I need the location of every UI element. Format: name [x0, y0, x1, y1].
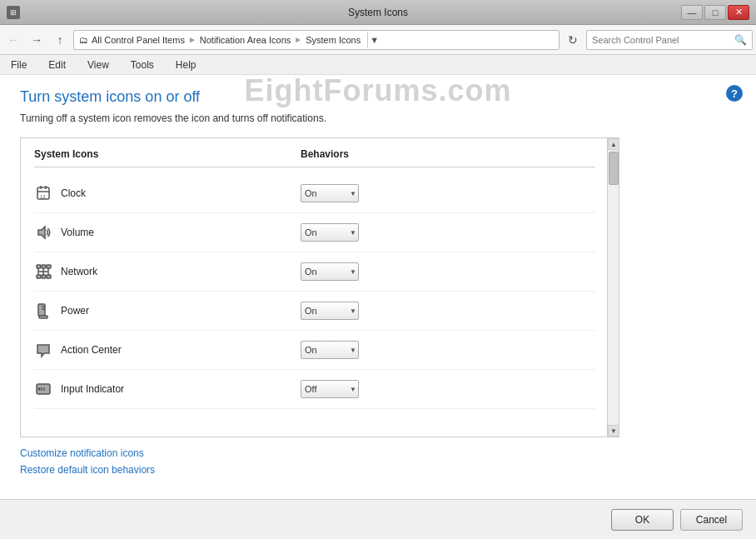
scrollbar-thumb[interactable]	[609, 152, 619, 185]
clock-select[interactable]: On Off	[301, 184, 359, 202]
volume-behavior: On Off ▼	[301, 223, 595, 242]
power-select[interactable]: On Off	[301, 302, 359, 320]
help-icon[interactable]: ?	[726, 85, 743, 102]
icon-cell-clock: 12 Clock	[34, 184, 301, 202]
clock-select-wrap: On Off ▼	[301, 184, 359, 202]
title-bar-left: ⊞	[7, 6, 20, 19]
path-dropdown[interactable]: ▼	[367, 32, 380, 48]
clock-behavior: On Off ▼	[301, 184, 595, 202]
refresh-button[interactable]: ↻	[563, 30, 583, 50]
app-icon: ⊞	[7, 6, 20, 19]
volume-label: Volume	[61, 227, 94, 238]
table-row: Action Center On Off ▼	[34, 331, 595, 370]
table-row: 12 Clock On Off ▼	[34, 174, 595, 213]
power-label: Power	[61, 305, 89, 317]
input-indicator-behavior: On Off ▼	[301, 380, 595, 398]
input-indicator-select[interactable]: On Off	[301, 380, 359, 398]
forward-button[interactable]: →	[27, 30, 47, 50]
table-row: Power On Off ▼	[34, 292, 595, 331]
path-item-2[interactable]: Notification Area Icons	[200, 35, 291, 45]
window-controls: — □ ✕	[681, 5, 749, 20]
action-center-select[interactable]: On Off	[301, 341, 359, 359]
svg-marker-5	[38, 227, 45, 238]
table-row: Volume On Off ▼	[34, 213, 595, 252]
search-icon: 🔍	[734, 34, 747, 46]
network-select-wrap: On Off ▼	[301, 262, 359, 281]
restore-defaults-link[interactable]: Restore default icon behaviors	[20, 464, 736, 476]
folder-icon: 🗂	[79, 35, 88, 45]
icon-cell-action-center: Action Center	[34, 341, 301, 359]
menu-bar: File Edit View Tools Help	[0, 55, 756, 75]
network-select[interactable]: On Off	[301, 262, 359, 281]
path-separator-2: ►	[294, 35, 302, 44]
input-indicator-icon	[34, 380, 52, 398]
table-row: Network On Off ▼	[34, 252, 595, 292]
icon-cell-power: Power	[34, 302, 301, 320]
power-icon	[34, 302, 52, 320]
network-behavior: On Off ▼	[301, 262, 595, 281]
clock-icon: 12	[34, 184, 52, 202]
col-header-behavior: Behaviors	[301, 148, 595, 160]
svg-rect-9	[37, 275, 41, 278]
page-description: Turning off a system icon removes the ic…	[20, 112, 736, 124]
scrollbar: ▲ ▼	[607, 138, 619, 437]
svg-marker-23	[37, 345, 49, 357]
col-header-name: System Icons	[34, 148, 301, 160]
minimize-button[interactable]: —	[681, 5, 703, 20]
scroll-up-button[interactable]: ▲	[608, 138, 619, 150]
icon-cell-network: Network	[34, 262, 301, 281]
svg-rect-7	[42, 265, 46, 268]
search-input[interactable]	[592, 35, 731, 45]
icon-cell-input-indicator: Input Indicator	[34, 380, 301, 398]
svg-rect-10	[42, 275, 46, 278]
svg-rect-11	[47, 275, 51, 278]
table-inner: System Icons Behaviors 12 Clo	[21, 138, 609, 419]
page-title: Turn system icons on or off	[20, 88, 736, 106]
link-section: Customize notification icons Restore def…	[20, 447, 736, 476]
menu-file[interactable]: File	[7, 57, 31, 73]
volume-icon	[34, 223, 52, 242]
power-select-wrap: On Off ▼	[301, 302, 359, 320]
action-center-select-wrap: On Off ▼	[301, 341, 359, 359]
path-item-1[interactable]: All Control Panel Items	[92, 35, 185, 45]
volume-select-wrap: On Off ▼	[301, 223, 359, 242]
address-bar: ← → ↑ 🗂 All Control Panel Items ► Notifi…	[0, 25, 756, 55]
address-path: 🗂 All Control Panel Items ► Notification…	[73, 30, 560, 50]
volume-select[interactable]: On Off	[301, 223, 359, 242]
svg-rect-8	[47, 265, 51, 268]
icon-cell-volume: Volume	[34, 223, 301, 242]
scroll-down-button[interactable]: ▼	[608, 425, 619, 437]
bottom-bar: OK Cancel	[0, 499, 756, 539]
cancel-button[interactable]: Cancel	[680, 509, 743, 531]
network-label: Network	[61, 266, 97, 277]
maximize-button[interactable]: □	[704, 5, 726, 20]
menu-edit[interactable]: Edit	[44, 57, 70, 73]
content-area: ? Turn system icons on or off Turning of…	[0, 75, 756, 539]
svg-rect-19	[38, 304, 45, 316]
title-bar: ⊞ System Icons — □ ✕	[0, 0, 756, 25]
svg-rect-20	[39, 316, 47, 318]
path-item-3[interactable]: System Icons	[306, 35, 361, 45]
close-button[interactable]: ✕	[728, 5, 749, 20]
action-center-behavior: On Off ▼	[301, 341, 595, 359]
ok-button[interactable]: OK	[611, 509, 674, 531]
window-title: System Icons	[0, 7, 756, 18]
system-icons-table: System Icons Behaviors 12 Clo	[20, 137, 619, 437]
svg-text:12: 12	[40, 194, 46, 199]
back-button[interactable]: ←	[3, 30, 23, 50]
menu-tools[interactable]: Tools	[127, 57, 158, 73]
search-box: 🔍	[586, 30, 753, 50]
network-icon	[34, 262, 52, 281]
svg-rect-6	[37, 265, 41, 268]
path-separator-1: ►	[188, 35, 196, 44]
table-row: Input Indicator On Off ▼	[34, 370, 595, 409]
up-button[interactable]: ↑	[50, 30, 70, 50]
input-indicator-label: Input Indicator	[61, 383, 124, 395]
menu-help[interactable]: Help	[172, 57, 201, 73]
menu-view[interactable]: View	[83, 57, 113, 73]
table-header: System Icons Behaviors	[34, 148, 595, 167]
power-behavior: On Off ▼	[301, 302, 595, 320]
input-indicator-select-wrap: On Off ▼	[301, 380, 359, 398]
customize-notification-link[interactable]: Customize notification icons	[20, 447, 736, 459]
clock-label: Clock	[61, 187, 86, 199]
